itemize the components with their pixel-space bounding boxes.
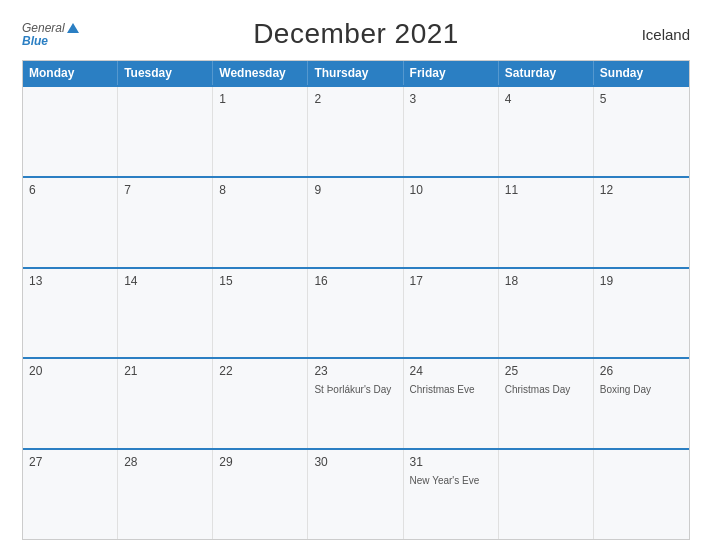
day-number: 1 (219, 92, 226, 106)
event-label: New Year's Eve (410, 474, 480, 487)
calendar-cell: 22 (213, 359, 308, 448)
calendar-cell: 24Christmas Eve (404, 359, 499, 448)
day-number: 4 (505, 92, 512, 106)
day-number: 2 (314, 92, 321, 106)
calendar-cell: 15 (213, 269, 308, 358)
calendar-cell: 28 (118, 450, 213, 539)
calendar-cell: 29 (213, 450, 308, 539)
weekday-header: Wednesday (213, 61, 308, 85)
day-number: 17 (410, 274, 423, 288)
calendar-cell: 10 (404, 178, 499, 267)
day-number: 19 (600, 274, 613, 288)
day-number: 14 (124, 274, 137, 288)
calendar-cell: 19 (594, 269, 689, 358)
day-number: 7 (124, 183, 131, 197)
day-number: 20 (29, 364, 42, 378)
weekday-header: Friday (404, 61, 499, 85)
logo-blue-text: Blue (22, 35, 48, 47)
logo-general-text: General (22, 21, 65, 35)
calendar-cell: 18 (499, 269, 594, 358)
calendar-row: 20212223St Þorlákur's Day24Christmas Eve… (23, 357, 689, 448)
calendar-cell: 9 (308, 178, 403, 267)
calendar-cell: 7 (118, 178, 213, 267)
calendar-cell: 13 (23, 269, 118, 358)
calendar-row: 12345 (23, 85, 689, 176)
day-number: 29 (219, 455, 232, 469)
day-number: 16 (314, 274, 327, 288)
calendar-cell: 30 (308, 450, 403, 539)
weekday-header: Tuesday (118, 61, 213, 85)
calendar-cell: 2 (308, 87, 403, 176)
event-label: St Þorlákur's Day (314, 383, 391, 396)
calendar-row: 13141516171819 (23, 267, 689, 358)
day-number: 9 (314, 183, 321, 197)
calendar-cell: 20 (23, 359, 118, 448)
day-number: 25 (505, 364, 518, 378)
day-number: 11 (505, 183, 518, 197)
day-number: 23 (314, 364, 327, 378)
day-number: 21 (124, 364, 137, 378)
day-number: 31 (410, 455, 423, 469)
weekday-header: Sunday (594, 61, 689, 85)
day-number: 30 (314, 455, 327, 469)
weekday-header: Thursday (308, 61, 403, 85)
calendar-row: 6789101112 (23, 176, 689, 267)
calendar-cell (118, 87, 213, 176)
calendar-cell: 27 (23, 450, 118, 539)
weekday-header: Monday (23, 61, 118, 85)
day-number: 18 (505, 274, 518, 288)
day-number: 3 (410, 92, 417, 106)
day-number: 13 (29, 274, 42, 288)
country-label: Iceland (610, 26, 690, 43)
calendar-row: 2728293031New Year's Eve (23, 448, 689, 539)
event-label: Christmas Day (505, 383, 571, 396)
calendar-cell (594, 450, 689, 539)
calendar-body: 1234567891011121314151617181920212223St … (23, 85, 689, 539)
weekday-header: Saturday (499, 61, 594, 85)
calendar-cell: 5 (594, 87, 689, 176)
day-number: 28 (124, 455, 137, 469)
day-number: 26 (600, 364, 613, 378)
day-number: 22 (219, 364, 232, 378)
calendar-grid: MondayTuesdayWednesdayThursdayFridaySatu… (22, 60, 690, 540)
logo-triangle-icon (67, 23, 79, 33)
calendar-page: GeneralBlueDecember 2021Iceland MondayTu… (0, 0, 712, 550)
calendar-cell: 21 (118, 359, 213, 448)
day-number: 5 (600, 92, 607, 106)
calendar-cell: 26Boxing Day (594, 359, 689, 448)
calendar-cell: 25Christmas Day (499, 359, 594, 448)
calendar-cell: 14 (118, 269, 213, 358)
calendar-cell: 17 (404, 269, 499, 358)
calendar-cell: 4 (499, 87, 594, 176)
event-label: Boxing Day (600, 383, 651, 396)
day-number: 15 (219, 274, 232, 288)
day-number: 8 (219, 183, 226, 197)
calendar-cell: 8 (213, 178, 308, 267)
day-number: 6 (29, 183, 36, 197)
calendar-cell (23, 87, 118, 176)
calendar-cell: 16 (308, 269, 403, 358)
header: GeneralBlueDecember 2021Iceland (22, 18, 690, 50)
calendar-header: MondayTuesdayWednesdayThursdayFridaySatu… (23, 61, 689, 85)
calendar-cell: 31New Year's Eve (404, 450, 499, 539)
calendar-title: December 2021 (102, 18, 610, 50)
event-label: Christmas Eve (410, 383, 475, 396)
calendar-cell: 1 (213, 87, 308, 176)
calendar-cell: 6 (23, 178, 118, 267)
calendar-cell: 23St Þorlákur's Day (308, 359, 403, 448)
day-number: 12 (600, 183, 613, 197)
logo: GeneralBlue (22, 21, 102, 47)
day-number: 27 (29, 455, 42, 469)
calendar-cell: 11 (499, 178, 594, 267)
calendar-cell: 12 (594, 178, 689, 267)
day-number: 10 (410, 183, 423, 197)
calendar-cell (499, 450, 594, 539)
calendar-cell: 3 (404, 87, 499, 176)
day-number: 24 (410, 364, 423, 378)
